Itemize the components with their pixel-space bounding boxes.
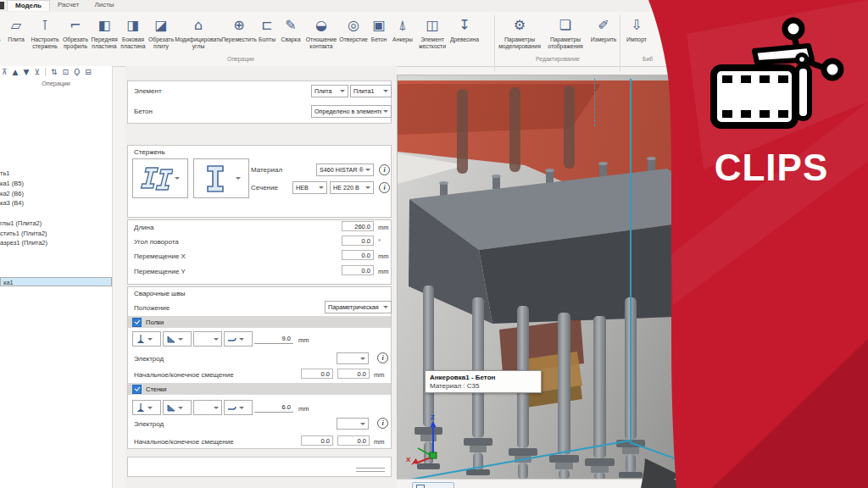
panel-resize-grip[interactable]	[356, 468, 385, 469]
flange-weld-shape-select[interactable]	[163, 331, 192, 347]
tree-item[interactable]: ка3 (B4)	[0, 199, 112, 207]
web-electrode-info-icon[interactable]: i	[377, 418, 388, 429]
ribbon-button-move[interactable]: ⊕Переместить	[222, 14, 256, 43]
ribbon-button-weld[interactable]: ✎Сварка	[278, 14, 303, 43]
flange-offset-end-input[interactable]	[337, 369, 370, 379]
ribbon-button-contact[interactable]: ◒Отношение контакта	[303, 14, 339, 49]
offset-y-input[interactable]	[342, 265, 374, 275]
web-electrode-select[interactable]	[337, 418, 369, 430]
panel-resize-grip[interactable]	[356, 471, 385, 472]
web-offset-label: Начальное/конечное смещение	[134, 438, 234, 446]
flanges-checkbox[interactable]	[132, 318, 142, 327]
section-size-select[interactable]: HE 220 B	[330, 181, 374, 194]
chevron-down-icon	[383, 306, 388, 308]
pin-icon[interactable]: ⊡	[63, 68, 70, 76]
tab-calculation[interactable]: Расчет	[50, 0, 86, 11]
ribbon-button-cut-plate[interactable]: ◪Обрезать плиту	[147, 14, 175, 49]
ribbon-button-plate[interactable]: ▱Плита	[3, 14, 29, 43]
modify-corners-icon: ⌂	[194, 15, 203, 36]
bar-profile-3d-select[interactable]	[132, 158, 188, 198]
tree-item[interactable]: ть1	[0, 169, 112, 177]
tree-item[interactable]: глы1 (Плита2)	[0, 219, 112, 227]
web-weld-shape-select[interactable]	[163, 400, 192, 415]
model-params-icon: ⚙	[514, 15, 526, 36]
expand-all-icon[interactable]: ⊻	[34, 68, 40, 76]
flange-offset-start-input[interactable]	[301, 369, 333, 379]
move-up-icon[interactable]: ▲	[13, 68, 19, 76]
tab-model[interactable]: Модель	[7, 0, 50, 11]
ribbon-button-import[interactable]: ⇩Импорт	[622, 14, 651, 43]
concrete-select[interactable]: Определено в элементе	[311, 105, 392, 118]
sort-icon[interactable]: ⇅	[51, 68, 58, 76]
flange-electrode-select[interactable]	[337, 352, 369, 364]
section-info-icon[interactable]: i	[379, 182, 390, 193]
tree-item[interactable]: ка2 (B6)	[0, 190, 112, 197]
anchor-rod[interactable]	[472, 297, 484, 438]
flange-weld-size-input[interactable]	[254, 333, 293, 344]
material-select[interactable]: S460 HISTAR ®	[316, 164, 374, 176]
flange-weld-contour-select[interactable]	[224, 331, 253, 347]
ribbon-button-anchors[interactable]: ⍋Анкеры	[390, 14, 415, 43]
webs-checkbox[interactable]	[132, 385, 142, 394]
anchor-rod[interactable]	[558, 313, 570, 455]
ribbon-button-side-plate[interactable]: ◨Боковая пластина	[119, 14, 147, 49]
bar-profile-section-select[interactable]	[193, 158, 249, 198]
ribbon-button-stiffener[interactable]: ◫Элемент жесткости	[415, 14, 449, 49]
web-offset-start-input[interactable]	[301, 435, 333, 446]
flanges-band: Полки	[128, 316, 391, 328]
web-weld-contour-select[interactable]	[224, 400, 253, 415]
ribbon-button-label: Отношение контакта	[303, 36, 339, 49]
delete-icon[interactable]: ⊟	[85, 68, 92, 76]
anchor-rod[interactable]	[423, 286, 434, 427]
material-info-icon[interactable]: i	[379, 164, 390, 175]
ribbon-button-timber[interactable]: ↧Древесина	[449, 14, 480, 43]
ribbon-button-label: Обрезать плиту	[147, 36, 175, 49]
tree-item-selected[interactable]: ка1	[0, 277, 112, 286]
tree-item[interactable]: стить1 (Плита2)	[0, 230, 112, 237]
flange-electrode-info-icon[interactable]: i	[377, 352, 388, 363]
fillet-weld-icon	[166, 334, 176, 344]
shear-stud-cap	[492, 175, 501, 178]
ribbon: ⌶ень ▱Плита ⊺Настроить стержень ⌐Обрезат…	[0, 12, 868, 67]
ribbon-button-hole[interactable]: ◎Отверстие	[339, 14, 368, 43]
ribbon-button-edit-beam[interactable]: ⊺Настроить стержень	[29, 14, 61, 49]
element-type-select[interactable]: Плита	[311, 85, 348, 97]
ribbon-button-label: ень	[0, 36, 1, 43]
chevron-down-icon	[383, 90, 388, 92]
element-name-select[interactable]: Плита1	[350, 85, 392, 97]
timber-icon: ↧	[459, 15, 470, 36]
ribbon-button-cut-profile[interactable]: ⌐Обрезать профиль	[61, 14, 90, 49]
view-button-partial[interactable]	[412, 482, 454, 488]
ribbon-button-display-params[interactable]: ❏Параметры отображения	[542, 14, 588, 49]
section-family-select[interactable]: HEB	[292, 181, 327, 194]
ribbon-button-concrete[interactable]: ▣Бетон	[368, 14, 390, 43]
ribbon-button-bolts[interactable]: ⊏Болты	[256, 14, 278, 43]
ribbon-button-front-plate[interactable]: ◧Передняя пластина	[90, 14, 119, 49]
search-icon[interactable]: Ϙ	[74, 68, 80, 76]
anchor-rod-stub	[626, 454, 636, 474]
rotation-input[interactable]	[342, 236, 374, 246]
tab-sheets[interactable]: Листы	[86, 0, 121, 11]
collapse-all-icon[interactable]: ⊼	[2, 68, 8, 76]
3d-viewport[interactable]: Z X Анкеровка1 - Бетон Материал : C35	[397, 75, 868, 480]
offset-x-input[interactable]	[342, 250, 374, 260]
ribbon-button-measure[interactable]: ✐Измерить	[588, 14, 619, 43]
web-weld-type-select[interactable]	[132, 400, 161, 415]
tree-item[interactable]: азрез1 (Плита2)	[0, 239, 112, 247]
anchor-rod[interactable]	[593, 316, 606, 458]
ribbon-button-modify-corners[interactable]: ⌂Модифицировать углы	[175, 14, 222, 49]
anchor-nut	[555, 463, 573, 469]
flange-weld-option-select[interactable]	[193, 331, 222, 347]
length-input[interactable]	[342, 221, 374, 231]
web-weld-size-input[interactable]	[254, 402, 293, 413]
chevron-down-icon	[340, 90, 345, 92]
flange-weld-type-select[interactable]	[132, 331, 161, 347]
ribbon-button-model-params[interactable]: ⚙Параметры моделирования	[497, 14, 542, 49]
weld-position-select[interactable]: Параметрическая	[325, 301, 392, 313]
move-down-icon[interactable]: ▼	[24, 68, 30, 76]
web-weld-option-select[interactable]	[193, 400, 222, 415]
ribbon-button-export[interactable]: ⇧Экс	[651, 14, 682, 43]
chevron-down-icon	[383, 110, 388, 113]
tree-item[interactable]: ка1 (B5)	[0, 180, 112, 187]
web-offset-end-input[interactable]	[337, 435, 370, 446]
